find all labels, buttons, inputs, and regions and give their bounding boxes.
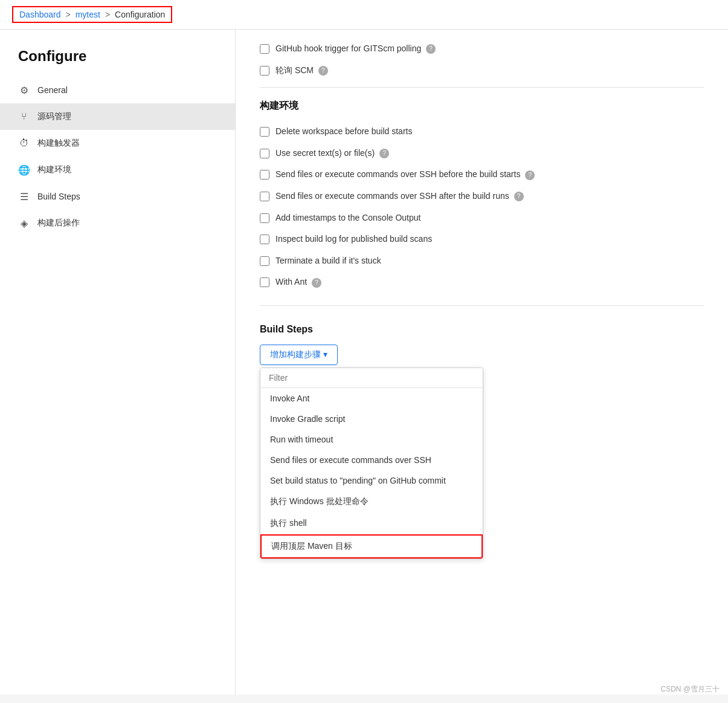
poll-scm-label: 轮询 SCM ? [275, 65, 328, 77]
sidebar: Configure ⚙ General ⑂ 源码管理 ⏱ 构建触发器 🌐 构建环… [0, 30, 236, 695]
dropdown-item-set-build-status[interactable]: Set build status to "pending" on GitHub … [260, 470, 483, 491]
poll-scm-help[interactable]: ? [318, 66, 328, 76]
content-area: GitHub hook trigger for GITScm polling ?… [236, 30, 728, 695]
clock-icon: ⏱ [18, 137, 30, 149]
dropdown-item-send-files-ssh[interactable]: Send files or execute commands over SSH [260, 450, 483, 470]
build-environment-section: 构建环境 Delete workspace before build start… [260, 100, 704, 293]
with-ant-checkbox[interactable] [260, 277, 269, 287]
dropdown-item-invoke-ant[interactable]: Invoke Ant [260, 388, 483, 409]
sidebar-item-general[interactable]: ⚙ General [0, 77, 235, 103]
gear-icon: ⚙ [18, 84, 30, 96]
sidebar-item-post-build[interactable]: ◈ 构建后操作 [0, 210, 235, 236]
send-files-after-label: Send files or execute commands over SSH … [275, 190, 524, 202]
github-hook-help[interactable]: ? [426, 44, 436, 54]
breadcrumb-wrapper: Dashboard > mytest > Configuration [0, 0, 728, 30]
fork-icon: ⑂ [18, 111, 30, 123]
send-files-after-help[interactable]: ? [514, 192, 524, 201]
dropdown-item-exec-shell[interactable]: 执行 shell [260, 513, 483, 534]
dropdown-item-invoke-gradle[interactable]: Invoke Gradle script [260, 409, 483, 429]
checkbox-row-terminate-stuck: Terminate a build if it's stuck [260, 250, 704, 272]
sidebar-title: Configure [0, 42, 235, 77]
watermark: CSDN @雪月三十 [660, 684, 720, 695]
breadcrumb-dashboard[interactable]: Dashboard [19, 10, 61, 19]
dropdown-item-invoke-maven[interactable]: 调用顶层 Maven 目标 [260, 534, 483, 559]
dropdown-container: 增加构建步骤 ▾ Invoke Ant Invoke Gradle script… [260, 345, 704, 559]
checkbox-row-send-files-after: Send files or execute commands over SSH … [260, 186, 704, 207]
top-checkboxes-section: GitHub hook trigger for GITScm polling ?… [260, 30, 704, 81]
breadcrumb-mytest[interactable]: mytest [76, 10, 100, 19]
breadcrumb: Dashboard > mytest > Configuration [12, 6, 172, 23]
with-ant-help[interactable]: ? [312, 278, 321, 288]
terminate-stuck-label: Terminate a build if it's stuck [275, 255, 381, 267]
sidebar-item-build-env-label: 构建环境 [37, 164, 71, 175]
checkbox-row-use-secret: Use secret text(s) or file(s) ? [260, 143, 704, 164]
filter-input[interactable] [260, 368, 483, 388]
inspect-build-log-checkbox[interactable] [260, 235, 269, 244]
breadcrumb-configuration: Configuration [115, 10, 165, 19]
sidebar-item-build-triggers-label: 构建触发器 [37, 138, 80, 149]
use-secret-label: Use secret text(s) or file(s) ? [275, 147, 389, 160]
checkbox-row-add-timestamps: Add timestamps to the Console Output [260, 207, 704, 229]
add-timestamps-checkbox[interactable] [260, 213, 269, 223]
dropdown-menu: Invoke Ant Invoke Gradle script Run with… [260, 368, 483, 559]
checkbox-row-with-ant: With Ant ? [260, 271, 704, 293]
checkbox-row-inspect-build-log: Inspect build log for published build sc… [260, 228, 704, 250]
sidebar-item-build-triggers[interactable]: ⏱ 构建触发器 [0, 130, 235, 157]
sidebar-item-general-label: General [37, 85, 68, 95]
sidebar-item-source-mgmt-label: 源码管理 [37, 111, 71, 122]
sidebar-item-build-env[interactable]: 🌐 构建环境 [0, 157, 235, 183]
send-files-before-label: Send files or execute commands over SSH … [275, 169, 535, 181]
breadcrumb-sep-1: > [66, 10, 71, 19]
separator-1 [260, 87, 704, 88]
github-hook-checkbox[interactable] [260, 44, 269, 54]
list-icon: ☰ [18, 190, 30, 202]
checkbox-row-github-hook: GitHub hook trigger for GITScm polling ? [260, 38, 704, 60]
sidebar-item-build-steps[interactable]: ☰ Build Steps [0, 183, 235, 210]
with-ant-label: With Ant ? [275, 276, 321, 288]
checkbox-row-delete-workspace: Delete workspace before build starts [260, 121, 704, 143]
send-files-after-checkbox[interactable] [260, 192, 269, 201]
github-hook-label: GitHub hook trigger for GITScm polling ? [275, 43, 436, 55]
delete-workspace-label: Delete workspace before build starts [275, 126, 412, 138]
use-secret-checkbox[interactable] [260, 149, 269, 158]
terminate-stuck-checkbox[interactable] [260, 256, 269, 266]
delete-workspace-checkbox[interactable] [260, 127, 269, 137]
build-steps-title: Build Steps [260, 324, 704, 335]
send-files-before-checkbox[interactable] [260, 170, 269, 180]
dropdown-item-exec-windows[interactable]: 执行 Windows 批处理命令 [260, 491, 483, 513]
build-env-title: 构建环境 [260, 100, 704, 112]
checkbox-row-poll-scm: 轮询 SCM ? [260, 60, 704, 82]
dropdown-item-run-timeout[interactable]: Run with timeout [260, 429, 483, 450]
inspect-build-log-label: Inspect build log for published build sc… [275, 233, 432, 245]
box-icon: ◈ [18, 217, 30, 229]
separator-2 [260, 305, 704, 306]
use-secret-help[interactable]: ? [379, 149, 389, 158]
breadcrumb-sep-2: > [105, 10, 110, 19]
globe-icon: 🌐 [18, 164, 30, 176]
build-steps-section: Build Steps 增加构建步骤 ▾ Invoke Ant Invoke G… [260, 324, 704, 559]
add-build-step-button[interactable]: 增加构建步骤 ▾ [260, 345, 338, 365]
sidebar-item-build-steps-label: Build Steps [37, 192, 80, 201]
poll-scm-checkbox[interactable] [260, 66, 269, 76]
main-layout: Configure ⚙ General ⑂ 源码管理 ⏱ 构建触发器 🌐 构建环… [0, 30, 728, 695]
add-timestamps-label: Add timestamps to the Console Output [275, 212, 420, 224]
send-files-before-help[interactable]: ? [525, 170, 535, 180]
sidebar-item-post-build-label: 构建后操作 [37, 218, 80, 228]
checkbox-row-send-files-before: Send files or execute commands over SSH … [260, 164, 704, 186]
sidebar-item-source-mgmt[interactable]: ⑂ 源码管理 [0, 103, 235, 130]
